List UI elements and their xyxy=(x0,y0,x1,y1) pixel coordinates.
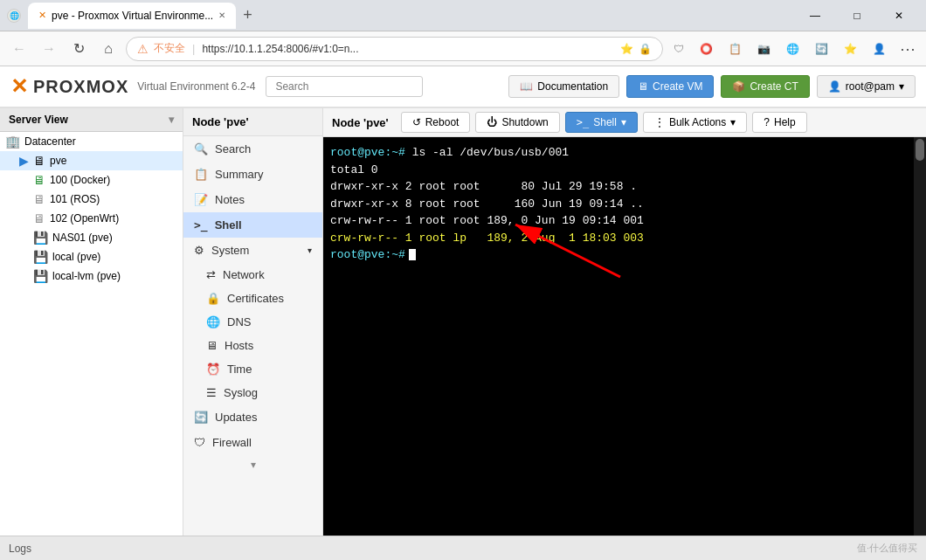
shell-icon: >_ xyxy=(194,218,208,232)
term-prompt-6: root@pve:~# xyxy=(330,248,405,261)
terminal-container[interactable]: root@pve:~# ls -al /dev/bus/usb/001 tota… xyxy=(323,137,926,536)
user-button[interactable]: 👤 root@pam ▾ xyxy=(817,75,916,98)
menu-item-network[interactable]: ⇄ Network xyxy=(183,263,322,287)
shell-dropdown-icon: ▾ xyxy=(621,116,626,128)
term-line-1: total 0 xyxy=(330,162,919,179)
help-icon: ? xyxy=(764,116,770,128)
search-input[interactable] xyxy=(266,76,423,97)
terminal-scrollbar[interactable] xyxy=(914,137,926,536)
main-content: Node 'pve' ↺ Reboot ⏻ Shutdown >_ Shell … xyxy=(323,108,926,536)
hosts-icon: 🖥 xyxy=(206,339,218,352)
content-toolbar: Node 'pve' ↺ Reboot ⏻ Shutdown >_ Shell … xyxy=(323,108,926,137)
menu-item-search[interactable]: 🔍 Search xyxy=(183,136,322,162)
term-line-2: drwxr-xr-x 2 root root 80 Jul 29 19:58 . xyxy=(330,178,919,196)
forward-button[interactable]: → xyxy=(37,37,61,61)
browser-titlebar: 🌐 ✕ pve - Proxmox Virtual Environme... ✕… xyxy=(0,0,926,31)
bulk-actions-button[interactable]: ⋮ Bulk Actions ▾ xyxy=(643,112,747,133)
tab-close-btn[interactable]: ✕ xyxy=(218,10,225,20)
datacenter-icon: 🏢 xyxy=(5,135,20,149)
firewall-label: Firewall xyxy=(212,436,252,449)
menu-item-time[interactable]: ⏰ Time xyxy=(183,357,322,381)
scrollbar-thumb[interactable] xyxy=(916,139,924,161)
term-out-5: crw-rw-r-- 1 root lp 189, 2 Aug 1 18:03 … xyxy=(330,232,644,245)
time-label: Time xyxy=(227,363,252,376)
back-button[interactable]: ← xyxy=(7,37,31,61)
tab-title: pve - Proxmox Virtual Environme... xyxy=(52,10,213,22)
user-dropdown-icon: ▾ xyxy=(899,80,904,93)
more-options-button[interactable]: ⋯ xyxy=(896,36,919,62)
content-node-title: Node 'pve' xyxy=(332,116,389,129)
minimize-button[interactable]: — xyxy=(795,0,835,31)
menu-item-shell[interactable]: >_ Shell xyxy=(183,212,322,238)
browser-icon[interactable]: 🌐 xyxy=(7,9,21,23)
documentation-button[interactable]: 📖 Documentation xyxy=(508,75,619,98)
header-actions: 📖 Documentation 🖥 Create VM 📦 Create CT … xyxy=(508,75,916,98)
network-icon: ⇄ xyxy=(206,268,216,281)
active-tab[interactable]: ✕ pve - Proxmox Virtual Environme... ✕ xyxy=(28,3,236,29)
header-search[interactable] xyxy=(266,76,423,97)
tree-item-ros[interactable]: 🖥 101 (ROS) xyxy=(0,190,183,209)
tree-item-pve[interactable]: ▶ 🖥 pve xyxy=(0,151,183,170)
menu-item-updates[interactable]: 🔄 Updates xyxy=(183,404,322,430)
extension-btn3[interactable]: 📋 xyxy=(723,41,747,57)
term-line-3: drwxr-xr-x 8 root root 160 Jun 19 09:14 … xyxy=(330,196,919,213)
server-view-toggle[interactable]: ▾ xyxy=(169,114,174,126)
storage-icon-lvm: 💾 xyxy=(33,269,48,283)
menu-item-certificates[interactable]: 🔒 Certificates xyxy=(183,287,322,310)
shutdown-button[interactable]: ⏻ Shutdown xyxy=(475,112,559,133)
url-text: https://10.1.1.254:8006/#v1:0=n... xyxy=(202,43,615,55)
term-line-0: root@pve:~# ls -al /dev/bus/usb/001 xyxy=(330,144,919,162)
user-label: root@pam xyxy=(846,80,895,93)
maximize-button[interactable]: □ xyxy=(837,0,877,31)
logs-label[interactable]: Logs xyxy=(9,543,31,555)
reboot-icon: ↺ xyxy=(412,116,421,128)
ros-label: 101 (ROS) xyxy=(50,193,177,205)
tree-item-nas01[interactable]: 💾 NAS01 (pve) xyxy=(0,228,183,247)
menu-item-firewall[interactable]: 🛡 Firewall xyxy=(183,430,322,455)
node-title-text: Node 'pve' xyxy=(192,115,249,128)
tree-item-local[interactable]: 💾 local (pve) xyxy=(0,247,183,266)
menu-item-dns[interactable]: 🌐 DNS xyxy=(183,310,322,334)
vm-icon-openwrt: 🖥 xyxy=(33,211,45,225)
extension-icon1[interactable]: ⭐ xyxy=(620,43,633,55)
extension-btn6[interactable]: 🔄 xyxy=(810,41,833,57)
extension-btn7[interactable]: ⭐ xyxy=(839,41,862,57)
menu-item-system[interactable]: ⚙ System ▾ xyxy=(183,238,322,263)
sidebar-expand-btn[interactable]: ▾ xyxy=(183,455,322,474)
extension-btn4[interactable]: 📷 xyxy=(752,41,776,57)
help-button[interactable]: ? Help xyxy=(752,112,806,133)
menu-item-summary[interactable]: 📋 Summary xyxy=(183,162,322,187)
term-out-3: drwxr-xr-x 8 root root 160 Jun 19 09:14 … xyxy=(330,197,644,211)
close-button[interactable]: ✕ xyxy=(879,0,919,31)
extension-btn1[interactable]: 🛡 xyxy=(668,41,689,57)
url-bar[interactable]: ⚠ 不安全 | https://10.1.1.254:8006/#v1:0=n.… xyxy=(126,37,663,61)
local-label: local (pve) xyxy=(52,251,177,263)
extension-icon2[interactable]: 🔒 xyxy=(639,43,652,55)
extension-btn8[interactable]: 👤 xyxy=(867,41,891,57)
menu-item-notes[interactable]: 📝 Notes xyxy=(183,187,322,212)
home-button[interactable]: ⌂ xyxy=(96,37,121,61)
tree-item-openwrt[interactable]: 🖥 102 (OpenWrt) xyxy=(0,209,183,228)
tree-item-docker[interactable]: 🖥 100 (Docker) xyxy=(0,170,183,190)
new-tab-button[interactable]: + xyxy=(239,6,256,24)
extension-btn5[interactable]: 🌐 xyxy=(781,41,805,57)
term-out-2: drwxr-xr-x 2 root root 80 Jul 29 19:58 . xyxy=(330,180,637,193)
time-icon: ⏰ xyxy=(206,363,220,376)
tree-item-datacenter[interactable]: 🏢 Datacenter xyxy=(0,132,183,151)
sidebar-left: Server View ▾ 🏢 Datacenter ▶ 🖥 pve 🖥 100… xyxy=(0,108,183,536)
logo-version: Virtual Environment 6.2-4 xyxy=(137,80,255,93)
reload-button[interactable]: ↻ xyxy=(66,37,91,61)
reboot-button[interactable]: ↺ Reboot xyxy=(401,112,471,133)
tab-favicon: ✕ xyxy=(38,10,46,21)
shell-button[interactable]: >_ Shell ▾ xyxy=(565,112,638,133)
search-icon: 🔍 xyxy=(194,142,208,156)
create-ct-button[interactable]: 📦 Create CT xyxy=(721,75,809,98)
tree-item-local-lvm[interactable]: 💾 local-lvm (pve) xyxy=(0,266,183,286)
menu-item-syslog[interactable]: ☰ Syslog xyxy=(183,381,322,404)
shell-label: Shell xyxy=(215,218,242,232)
local-lvm-label: local-lvm (pve) xyxy=(52,270,177,282)
create-vm-button[interactable]: 🖥 Create VM xyxy=(626,75,714,98)
system-chevron: ▾ xyxy=(308,245,312,255)
extension-btn2[interactable]: ⭕ xyxy=(694,41,718,57)
menu-item-hosts[interactable]: 🖥 Hosts xyxy=(183,334,322,357)
